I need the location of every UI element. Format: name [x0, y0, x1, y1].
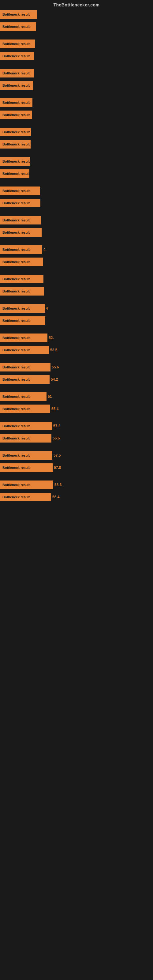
bar-label: Bottleneck result [1, 218, 31, 222]
bar-fill: Bottleneck result [0, 52, 34, 60]
bar-fill: Bottleneck result [0, 81, 33, 90]
site-header: TheBottlenecker.com [0, 0, 153, 9]
bar-row: Bottleneck result57.8 [0, 462, 153, 474]
bar-label: Bottleneck result [1, 113, 31, 117]
bar-value: 55.6 [52, 365, 59, 369]
bar-row: Bottleneck result55.6 [0, 361, 153, 373]
bar-row: Bottleneck result [0, 168, 153, 180]
bar-fill: Bottleneck result [0, 186, 40, 195]
bar-fill: Bottleneck result [0, 363, 51, 371]
bar-fill: Bottleneck result [0, 493, 51, 501]
bar-row: Bottleneck result51 [0, 391, 153, 402]
bar-label: Bottleneck result [1, 248, 31, 251]
bar-row: Bottleneck result [0, 109, 153, 121]
bar-fill: Bottleneck result [0, 111, 32, 119]
bar-row: Bottleneck result [0, 38, 153, 49]
bar-value: 57.5 [54, 453, 61, 458]
bar-row: Bottleneck result55.4 [0, 403, 153, 415]
bar-fill: Bottleneck result [0, 40, 35, 48]
bar-row: Bottleneck result54.2 [0, 374, 153, 385]
bar-label: Bottleneck result [1, 101, 31, 105]
bar-label: Bottleneck result [1, 159, 31, 163]
bar-fill: Bottleneck result [0, 392, 46, 401]
bar-row: Bottleneck result57.2 [0, 420, 153, 432]
bar-label: Bottleneck result [1, 54, 31, 58]
bar-row: Bottleneck result [0, 67, 153, 79]
bar-row: Bottleneck result [0, 215, 153, 226]
bar-label: Bottleneck result [1, 290, 31, 293]
bar-label: Bottleneck result [1, 277, 31, 281]
bar-label: Bottleneck result [1, 231, 31, 234]
bar-label: Bottleneck result [1, 336, 31, 340]
bar-label: Bottleneck result [1, 378, 31, 381]
bar-label: Bottleneck result [1, 260, 31, 264]
bar-fill: Bottleneck result [0, 451, 52, 460]
bar-value: 4 [43, 247, 46, 252]
bar-label: Bottleneck result [1, 189, 31, 192]
bar-value: 54.2 [51, 377, 58, 382]
bar-label: Bottleneck result [1, 13, 31, 16]
bar-fill: Bottleneck result [0, 10, 37, 19]
bar-row: Bottleneck result [0, 197, 153, 209]
bar-fill: Bottleneck result [0, 199, 40, 207]
bar-label: Bottleneck result [1, 466, 31, 469]
bar-value: 55.4 [51, 407, 59, 411]
bar-label: Bottleneck result [1, 25, 31, 29]
bar-row: Bottleneck result [0, 50, 153, 62]
bar-label: Bottleneck result [1, 42, 31, 46]
bar-row: Bottleneck result [0, 285, 153, 297]
bar-label: Bottleneck result [1, 348, 31, 352]
bar-label: Bottleneck result [1, 495, 31, 499]
bar-label: Bottleneck result [1, 436, 31, 440]
bar-fill: Bottleneck result [0, 245, 42, 254]
bar-row: Bottleneck result [0, 256, 153, 268]
bar-label: Bottleneck result [1, 395, 31, 398]
bar-fill: Bottleneck result [0, 346, 49, 354]
bar-value: 56.4 [52, 495, 59, 499]
bar-row: Bottleneck result [0, 97, 153, 108]
bar-row: Bottleneck result56.4 [0, 491, 153, 503]
bar-row: Bottleneck result [0, 80, 153, 91]
bar-row: Bottleneck result57.5 [0, 450, 153, 461]
bar-row: Bottleneck result [0, 273, 153, 285]
bar-value: 57.2 [53, 424, 60, 428]
bar-row: Bottleneck result58.3 [0, 479, 153, 491]
bar-fill: Bottleneck result [0, 22, 36, 31]
bar-row: Bottleneck result53.5 [0, 344, 153, 356]
bar-value: 51 [48, 395, 52, 399]
bar-label: Bottleneck result [1, 142, 31, 146]
bar-fill: Bottleneck result [0, 434, 51, 442]
bar-row: Bottleneck result [0, 21, 153, 32]
bar-label: Bottleneck result [1, 319, 31, 323]
bar-fill: Bottleneck result [0, 317, 45, 325]
bar-fill: Bottleneck result [0, 404, 50, 413]
bar-fill: Bottleneck result [0, 304, 45, 313]
bar-fill: Bottleneck result [0, 334, 48, 342]
bar-fill: Bottleneck result [0, 375, 49, 384]
bar-fill: Bottleneck result [0, 258, 43, 266]
bar-fill: Bottleneck result [0, 216, 41, 224]
bar-row: Bottleneck result [0, 156, 153, 167]
bar-label: Bottleneck result [1, 84, 31, 87]
bar-row: Bottleneck result56.6 [0, 433, 153, 444]
bar-fill: Bottleneck result [0, 98, 32, 107]
bar-row: Bottleneck result [0, 185, 153, 197]
bar-row: Bottleneck result52. [0, 332, 153, 344]
bar-label: Bottleneck result [1, 365, 31, 369]
bar-fill: Bottleneck result [0, 463, 53, 472]
chart-container: Bottleneck resultBottleneck resultBottle… [0, 9, 153, 508]
bar-label: Bottleneck result [1, 307, 31, 310]
bar-fill: Bottleneck result [0, 169, 29, 178]
bar-fill: Bottleneck result [0, 275, 43, 283]
bar-row: Bottleneck result4 [0, 302, 153, 314]
bar-fill: Bottleneck result [0, 422, 52, 430]
bar-label: Bottleneck result [1, 407, 31, 411]
bar-row: Bottleneck result [0, 126, 153, 138]
bar-fill: Bottleneck result [0, 69, 33, 78]
bar-value: 56.6 [53, 436, 60, 441]
bar-row: Bottleneck result [0, 315, 153, 326]
bar-fill: Bottleneck result [0, 287, 44, 296]
bar-row: Bottleneck result [0, 9, 153, 20]
bar-value: 53.5 [50, 348, 57, 352]
bar-fill: Bottleneck result [0, 157, 30, 166]
